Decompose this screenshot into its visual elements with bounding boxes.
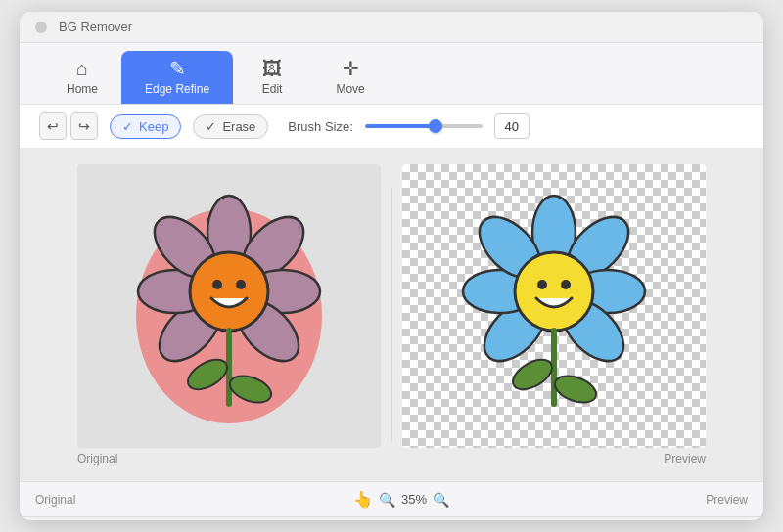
app-window: BG Remover ⌂ Home ✎ Edge Refine 🖼 Edit ✛…: [20, 12, 763, 520]
nav-move[interactable]: ✛ Move: [311, 51, 390, 104]
canvas-divider: [391, 188, 392, 442]
nav-home-label: Home: [67, 82, 98, 96]
preview-label: Preview: [664, 452, 706, 466]
svg-point-21: [515, 252, 593, 331]
original-canvas[interactable]: [77, 164, 381, 448]
window-dot: [35, 22, 47, 33]
edit-icon: 🖼: [262, 59, 282, 78]
cursor-icon: 👆: [353, 490, 373, 509]
zoom-controls: 👆 🔍 35% 🔍: [123, 490, 679, 509]
nav-edit-label: Edit: [262, 82, 283, 96]
app-title: BG Remover: [59, 20, 132, 34]
edge-refine-icon: ✎: [169, 59, 186, 78]
undo-redo-group: ↩ ↪: [39, 112, 98, 140]
nav-edge-refine-label: Edge Refine: [145, 82, 209, 96]
status-bar: Original 👆 🔍 35% 🔍 Preview: [20, 481, 763, 516]
brush-slider-container: [365, 124, 483, 128]
preview-flower: [402, 164, 706, 448]
redo-icon: ↪: [78, 118, 90, 134]
brush-slider-thumb: [429, 119, 442, 133]
undo-icon: ↩: [47, 118, 59, 134]
brush-size-slider[interactable]: [365, 124, 483, 128]
home-icon: ⌂: [76, 59, 88, 78]
canvas-area: Original: [20, 149, 763, 481]
nav-bar: ⌂ Home ✎ Edge Refine 🖼 Edit ✛ Move: [20, 43, 763, 105]
erase-label: Erase: [222, 119, 255, 134]
nav-edit[interactable]: 🖼 Edit: [233, 51, 311, 104]
undo-button[interactable]: ↩: [39, 112, 67, 140]
original-label: Original: [77, 452, 117, 466]
nav-move-label: Move: [336, 82, 364, 96]
erase-checkmark-icon: ✓: [206, 119, 216, 134]
title-bar: BG Remover: [20, 12, 763, 43]
preview-status-label: Preview: [689, 493, 748, 507]
erase-tool-button[interactable]: ✓ Erase: [193, 114, 268, 139]
nav-edge-refine[interactable]: ✎ Edge Refine: [121, 51, 233, 104]
keep-checkmark-icon: ✓: [122, 119, 133, 134]
original-status-label: Original: [35, 493, 114, 507]
zoom-out-icon[interactable]: 🔍: [379, 492, 395, 508]
svg-point-10: [236, 280, 246, 289]
redo-button[interactable]: ↪: [70, 112, 98, 140]
brush-size-label: Brush Size:: [288, 119, 352, 134]
toolbar: ↩ ↪ ✓ Keep ✓ Erase Brush Size: 40: [20, 105, 763, 149]
svg-point-8: [190, 252, 268, 331]
svg-point-9: [212, 280, 222, 289]
svg-point-25: [508, 354, 557, 396]
footer: ‹ › New Image Download: [20, 516, 763, 520]
keep-tool-button[interactable]: ✓ Keep: [110, 114, 181, 139]
svg-point-26: [551, 371, 600, 408]
svg-point-23: [561, 280, 571, 289]
move-icon: ✛: [343, 59, 359, 78]
zoom-in-icon[interactable]: 🔍: [433, 492, 449, 508]
keep-label: Keep: [139, 119, 168, 134]
zoom-percent: 35%: [401, 492, 427, 507]
preview-canvas[interactable]: [402, 164, 706, 448]
original-flower: [77, 164, 381, 448]
nav-home[interactable]: ⌂ Home: [43, 51, 121, 104]
brush-size-value[interactable]: 40: [494, 113, 530, 139]
svg-point-22: [537, 280, 547, 289]
